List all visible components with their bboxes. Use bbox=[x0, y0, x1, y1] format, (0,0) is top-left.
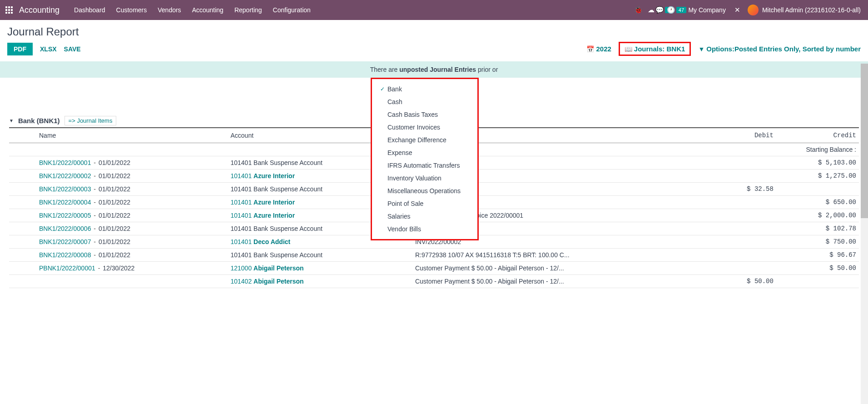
dropdown-item-label: Vendor Bills bbox=[387, 225, 421, 233]
entry-link[interactable]: BNK1/2022/00008 bbox=[39, 251, 91, 259]
account-link[interactable]: 101401 Azure Interior bbox=[230, 212, 295, 219]
save-button[interactable]: SAVE bbox=[64, 45, 81, 53]
top-navbar: Accounting Dashboard Customers Vendors A… bbox=[0, 0, 868, 20]
col-credit: Credit bbox=[776, 128, 859, 143]
row-credit: $ 750.00 bbox=[776, 235, 859, 249]
dropdown-item-label: Cash bbox=[387, 98, 402, 105]
row-debit bbox=[715, 156, 776, 170]
entry-link[interactable]: BNK1/2022/00007 bbox=[39, 238, 91, 245]
entry-link[interactable]: BNK1/2022/00001 bbox=[39, 159, 91, 166]
col-debit: Debit bbox=[715, 128, 776, 143]
dropdown-item[interactable]: Expense bbox=[372, 146, 477, 159]
dropdown-item[interactable]: ✓Bank bbox=[372, 83, 477, 95]
entry-link[interactable]: BNK1/2022/00005 bbox=[39, 212, 91, 219]
dropdown-item[interactable]: Exchange Difference bbox=[372, 134, 477, 146]
year-filter[interactable]: 📅 2022 bbox=[586, 45, 611, 53]
page-title: Journal Report bbox=[7, 25, 861, 38]
check-icon: ✓ bbox=[380, 86, 385, 92]
nav-dashboard[interactable]: Dashboard bbox=[69, 6, 111, 14]
row-credit: $ 5,103.00 bbox=[776, 156, 859, 170]
dropdown-item[interactable]: Inventory Valuation bbox=[372, 172, 477, 185]
row-debit bbox=[715, 235, 776, 249]
dropdown-item-label: Customer Invoices bbox=[387, 124, 440, 131]
nav-configuration[interactable]: Configuration bbox=[268, 6, 316, 14]
entry-link[interactable]: BNK1/2022/00006 bbox=[39, 225, 91, 232]
dropdown-item-label: Point of Sale bbox=[387, 200, 423, 207]
entry-link[interactable]: BNK1/2022/00002 bbox=[39, 172, 91, 180]
dropdown-item[interactable]: IFRS Automatic Transfers bbox=[372, 159, 477, 172]
entry-link[interactable]: BNK1/2022/00003 bbox=[39, 185, 91, 193]
user-menu[interactable]: Mitchell Admin (22316102-16-0-all) bbox=[744, 5, 864, 15]
dropdown-item[interactable]: Vendor Bills bbox=[372, 223, 477, 235]
row-debit: $ 50.00 bbox=[715, 275, 776, 288]
row-label: Customer Payment $ 50.00 - Abigail Peter… bbox=[412, 275, 715, 288]
avatar bbox=[748, 5, 759, 15]
table-row: BNK1/2022/00008 - 01/01/2022101401 Bank … bbox=[9, 249, 859, 262]
scrollbar-thumb[interactable] bbox=[861, 64, 868, 218]
row-debit bbox=[715, 249, 776, 262]
dropdown-item[interactable]: Point of Sale bbox=[372, 197, 477, 210]
dropdown-item[interactable]: Cash Basis Taxes bbox=[372, 108, 477, 121]
dropdown-item-label: Inventory Valuation bbox=[387, 175, 441, 182]
calendar-icon: 📅 bbox=[586, 45, 594, 53]
row-label: Customer Payment $ 50.00 - Abigail Peter… bbox=[412, 262, 715, 275]
dropdown-item[interactable]: Customer Invoices bbox=[372, 121, 477, 134]
nav-accounting[interactable]: Accounting bbox=[187, 6, 229, 14]
row-credit: $ 1,275.00 bbox=[776, 170, 859, 183]
row-debit bbox=[715, 222, 776, 235]
dropdown-item[interactable]: Cash bbox=[372, 95, 477, 108]
row-credit: $ 96.67 bbox=[776, 249, 859, 262]
entry-link[interactable]: PBNK1/2022/00001 bbox=[39, 264, 95, 272]
table-row: PBNK1/2022/00001 - 12/30/2022121000 Abig… bbox=[9, 262, 859, 275]
dropdown-item[interactable]: Miscellaneous Operations bbox=[372, 185, 477, 197]
account-link[interactable]: 101401 Azure Interior bbox=[230, 172, 295, 180]
nav-reporting[interactable]: Reporting bbox=[229, 6, 268, 14]
scrollbar[interactable] bbox=[861, 64, 868, 391]
user-name: Mitchell Admin (22316102-16-0-all) bbox=[762, 6, 861, 14]
pdf-button[interactable]: PDF bbox=[7, 43, 33, 55]
account-link[interactable]: 101401 Azure Interior bbox=[230, 199, 295, 206]
row-debit bbox=[715, 196, 776, 209]
table-row: 101402 Abigail PetersonCustomer Payment … bbox=[9, 275, 859, 288]
options-filter[interactable]: ▼ Options:Posted Entries Only, Sorted by… bbox=[698, 45, 861, 53]
dropdown-item-label: Expense bbox=[387, 149, 412, 156]
dropdown-item-label: Miscellaneous Operations bbox=[387, 187, 461, 195]
account-link[interactable]: 121000 Abigail Peterson bbox=[230, 264, 303, 272]
journal-items-button[interactable]: => Journal Items bbox=[64, 116, 117, 125]
row-debit bbox=[715, 170, 776, 183]
book-icon: 📖 bbox=[625, 45, 632, 53]
bug-icon[interactable]: 🐞 bbox=[632, 6, 645, 14]
xlsx-button[interactable]: XLSX bbox=[40, 45, 57, 53]
journals-filter[interactable]: 📖 Journals: BNK1 bbox=[619, 42, 691, 56]
section-title: Bank (BNK1) bbox=[18, 117, 60, 125]
apps-icon[interactable] bbox=[4, 5, 15, 15]
dropdown-item-label: Cash Basis Taxes bbox=[387, 111, 438, 118]
row-credit: $ 50.00 bbox=[776, 262, 859, 275]
options-label: Options:Posted Entries Only, Sorted by n… bbox=[706, 45, 861, 53]
journals-label: Journals: BNK1 bbox=[634, 45, 685, 53]
row-debit: $ 32.58 bbox=[715, 183, 776, 196]
journals-dropdown: ✓BankCashCash Basis TaxesCustomer Invoic… bbox=[371, 78, 479, 240]
account-link[interactable]: 101401 Deco Addict bbox=[230, 238, 290, 245]
report-content: ✓BankCashCash Basis TaxesCustomer Invoic… bbox=[0, 78, 868, 391]
row-credit bbox=[776, 183, 859, 196]
dropdown-item[interactable]: Salaries bbox=[372, 210, 477, 223]
activities-icon[interactable]: 🕐47 bbox=[670, 6, 683, 14]
year-label: 2022 bbox=[596, 45, 611, 53]
nav-vendors[interactable]: Vendors bbox=[152, 6, 186, 14]
row-credit: $ 102.78 bbox=[776, 222, 859, 235]
dropdown-item-label: Salaries bbox=[387, 213, 411, 220]
dropdown-item-label: IFRS Automatic Transfers bbox=[387, 162, 460, 169]
warning-banner: There are unposted Journal Entries prior… bbox=[0, 61, 868, 78]
caret-down-icon[interactable]: ▼ bbox=[9, 118, 14, 123]
entry-link[interactable]: BNK1/2022/00004 bbox=[39, 199, 91, 206]
account-link[interactable]: 101402 Abigail Peterson bbox=[230, 278, 303, 285]
company-selector[interactable]: My Company bbox=[683, 6, 731, 14]
row-debit bbox=[715, 209, 776, 222]
tools-icon[interactable]: ✕ bbox=[731, 6, 744, 14]
toolbar: PDF XLSX SAVE 📅 2022 📖 Journals: BNK1 ▼ … bbox=[0, 42, 868, 61]
nav-customers[interactable]: Customers bbox=[111, 6, 153, 14]
app-brand[interactable]: Accounting bbox=[19, 5, 60, 15]
row-label: R:9772938 10/07 AX 9415116318 T:5 BRT: 1… bbox=[412, 249, 715, 262]
col-name: Name bbox=[36, 128, 228, 143]
